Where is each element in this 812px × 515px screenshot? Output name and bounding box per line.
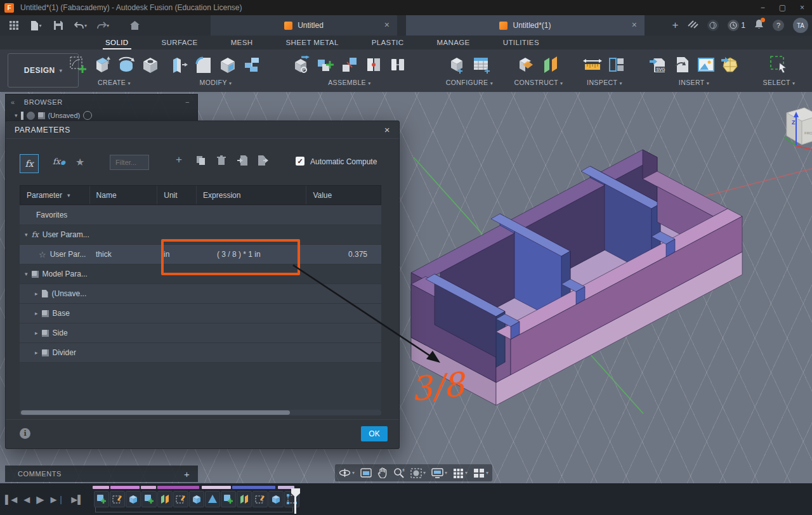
table-row-side[interactable]: ▸ Side: [20, 323, 381, 342]
timeline-feature-plane[interactable]: [157, 491, 173, 507]
zoom-icon[interactable]: ±: [393, 467, 405, 478]
column-header-unit[interactable]: Unit: [157, 186, 197, 204]
joint-button[interactable]: [339, 54, 360, 75]
chevron-right-icon[interactable]: ▸: [35, 290, 38, 297]
extrude-button[interactable]: [92, 54, 112, 75]
step-back-button[interactable]: ◀: [23, 495, 30, 504]
app-grid-icon[interactable]: [6, 18, 22, 32]
redo-button[interactable]: ▾: [95, 18, 111, 32]
table-row-favorites[interactable]: Favorites: [20, 205, 381, 225]
timeline-feature-sketch[interactable]: [110, 491, 125, 507]
copy-parameter-button[interactable]: [196, 155, 206, 168]
user-avatar[interactable]: TA: [793, 18, 808, 33]
timeline-group-bar[interactable]: [93, 486, 109, 489]
window-maximize-button[interactable]: ▢: [779, 3, 786, 12]
favorite-star-icon[interactable]: ☆: [39, 250, 46, 259]
ribbon-tab-manage[interactable]: MANAGE: [420, 39, 486, 49]
column-header-name[interactable]: Name: [90, 186, 158, 204]
radio-icon[interactable]: [83, 111, 92, 120]
chevron-right-icon[interactable]: ▸: [35, 310, 38, 316]
create-sketch-button[interactable]: [68, 54, 88, 75]
fit-icon[interactable]: ▾: [410, 468, 426, 478]
timeline-feature-component[interactable]: [94, 491, 109, 507]
group-label-construct[interactable]: CONSTRUCT ▾: [514, 79, 563, 86]
column-header-value[interactable]: Value: [306, 186, 381, 204]
insert-image-button[interactable]: [696, 54, 716, 75]
chevron-down-icon[interactable]: ▾: [25, 231, 28, 238]
table-row-unsaved[interactable]: ▸ (Unsave...: [20, 284, 381, 303]
table-row-user-parameters[interactable]: ▾ fx User Param...: [20, 225, 381, 244]
look-at-icon[interactable]: [360, 468, 372, 478]
ribbon-tab-sheet-metal[interactable]: SHEET METAL: [269, 39, 355, 49]
delete-parameter-button[interactable]: [217, 155, 226, 168]
view-cube[interactable]: FRONT Z: [784, 108, 812, 150]
fillet-button[interactable]: [193, 54, 214, 75]
dialog-close-button[interactable]: ×: [384, 124, 390, 135]
extension-icon[interactable]: [707, 20, 719, 31]
table-row-model-parameters[interactable]: ▾ Model Para...: [20, 264, 381, 284]
table-row-divider[interactable]: ▸ Divider: [20, 343, 381, 362]
user-parameters-filter-button[interactable]: fx: [20, 154, 39, 173]
close-tab-icon[interactable]: ×: [632, 20, 637, 30]
timeline-feature-component[interactable]: [221, 491, 236, 507]
section-analysis-button[interactable]: [606, 54, 627, 75]
help-button[interactable]: ?: [773, 20, 784, 31]
model-parameters-filter-button[interactable]: fx●: [53, 157, 65, 166]
play-button[interactable]: ▶: [36, 493, 44, 505]
select-button[interactable]: [769, 54, 789, 75]
add-parameter-button[interactable]: +: [176, 153, 182, 166]
ribbon-tab-surface[interactable]: SURFACE: [145, 39, 214, 49]
tray-model[interactable]: [411, 150, 742, 405]
combine-button[interactable]: [242, 54, 262, 75]
measure-button[interactable]: [582, 54, 603, 75]
notifications-button[interactable]: [754, 19, 764, 32]
hole-button[interactable]: [140, 54, 160, 75]
job-status-icon[interactable]: [687, 20, 698, 31]
document-tab-untitled-1[interactable]: Untitled*(1) ×: [406, 15, 645, 36]
grid-display-icon[interactable]: ▾: [453, 468, 468, 478]
step-forward-button[interactable]: ▶｜: [51, 494, 65, 505]
construct-plane-button[interactable]: [516, 54, 537, 75]
info-icon[interactable]: i: [20, 428, 30, 439]
ok-button[interactable]: OK: [361, 426, 388, 441]
table-row-thick[interactable]: ☆ User Par... thick in ( 3 / 8 ) * 1 in …: [20, 245, 381, 264]
timeline-feature-extrude[interactable]: [189, 491, 204, 507]
timeline-feature-loft[interactable]: [205, 491, 220, 507]
chevron-right-icon[interactable]: ▸: [35, 330, 38, 336]
timeline-group-bar[interactable]: [157, 486, 199, 489]
timeline-group-bar[interactable]: [202, 486, 231, 489]
as-built-joint-button[interactable]: [363, 54, 384, 75]
timeline-feature-sketch[interactable]: [252, 491, 268, 507]
revolve-button[interactable]: [116, 54, 136, 75]
timeline-feature-component[interactable]: [141, 491, 157, 507]
chevron-down-icon[interactable]: ▾: [25, 271, 28, 277]
timeline-feature-sketch[interactable]: [173, 491, 188, 507]
close-tab-icon[interactable]: ×: [384, 20, 390, 30]
comments-panel[interactable]: COMMENTS +: [5, 466, 198, 482]
group-label-insert[interactable]: INSERT ▾: [679, 79, 709, 86]
horizontal-scrollbar[interactable]: [20, 410, 381, 415]
new-component-button[interactable]: [315, 54, 336, 75]
insert-svg-button[interactable]: SVG: [648, 54, 668, 75]
timeline-feature-extrude[interactable]: [268, 491, 284, 507]
group-label-create[interactable]: CREATE ▾: [98, 79, 131, 86]
timeline-feature-plane[interactable]: [237, 491, 252, 507]
file-menu-button[interactable]: ▾: [28, 18, 44, 32]
rigid-group-button[interactable]: [388, 54, 408, 75]
scrollbar-thumb[interactable]: [21, 410, 290, 415]
group-label-inspect[interactable]: INSPECT ▾: [587, 79, 622, 86]
pan-icon[interactable]: [377, 467, 388, 478]
group-label-configure[interactable]: CONFIGURE ▾: [446, 79, 493, 86]
automatic-compute-checkbox[interactable]: ✓: [296, 157, 304, 166]
collapse-panel-icon[interactable]: «: [11, 98, 15, 106]
insert-derive-file-button[interactable]: [672, 54, 692, 75]
insert-mesh-button[interactable]: [720, 54, 740, 75]
filter-input[interactable]: [110, 155, 149, 170]
timeline-group-bar[interactable]: [110, 486, 140, 489]
orbit-icon[interactable]: ▾: [339, 467, 355, 478]
dialog-title-bar[interactable]: PARAMETERS ×: [6, 121, 399, 139]
chevron-right-icon[interactable]: ▸: [35, 349, 38, 356]
insert-derive-button[interactable]: [291, 54, 311, 75]
column-header-parameter[interactable]: Parameter▾: [20, 186, 90, 204]
new-tab-button[interactable]: +: [672, 19, 678, 32]
